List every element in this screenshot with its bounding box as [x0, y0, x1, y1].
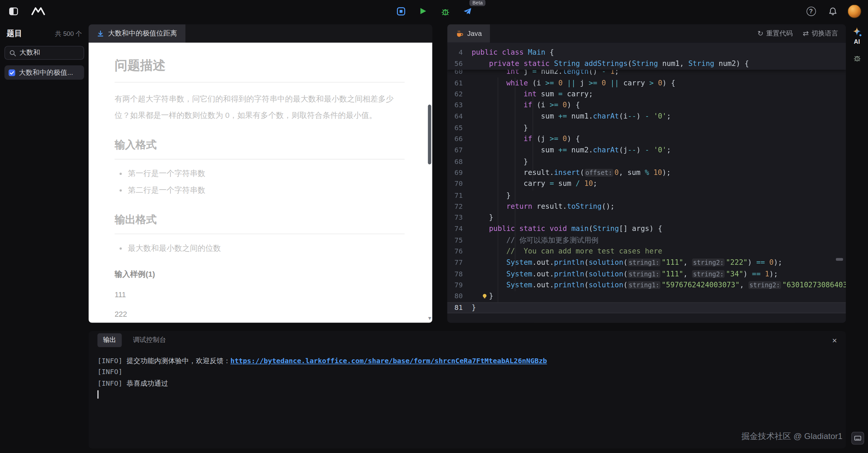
token-pl: [] args) {	[619, 224, 662, 233]
token-op: ||	[610, 78, 619, 86]
help-button[interactable]: ?	[804, 4, 818, 18]
token-pl: (j	[532, 135, 550, 143]
token-fn: solution	[589, 280, 623, 289]
problem-list-item-label: 大数和中的极值...	[19, 68, 73, 78]
token-pl	[524, 48, 528, 56]
log-level: [INFO]	[97, 379, 122, 387]
search-box[interactable]	[4, 46, 84, 60]
token-pl: j	[519, 70, 532, 76]
code-line-66[interactable]: 66 if (j >= 0) {	[447, 134, 846, 145]
rail-debug-button[interactable]	[853, 54, 861, 62]
token-pl: carry	[472, 179, 550, 188]
problem-list-item[interactable]: 大数和中的极值...	[4, 65, 84, 80]
token-kw: public	[472, 48, 498, 56]
token-op: >=	[550, 135, 558, 143]
console-cursor[interactable]	[97, 390, 98, 398]
token-pl	[472, 270, 506, 278]
submit-button[interactable]	[460, 4, 474, 18]
console-text: 恭喜成功通过	[127, 379, 168, 387]
tab-debug-console[interactable]: 调试控制台	[133, 335, 166, 345]
app-logo[interactable]	[30, 4, 47, 18]
token-kw: while	[506, 78, 528, 86]
avatar[interactable]	[848, 4, 862, 18]
token-num: 1	[610, 70, 615, 76]
topbar-right: ?	[804, 4, 862, 18]
token-pl: {	[545, 48, 554, 56]
feedback-link[interactable]: https://bytedance.larkoffice.com/share/b…	[230, 357, 547, 365]
token-kw: public	[489, 224, 515, 233]
token-pl: .out.	[532, 270, 554, 278]
code-line-68[interactable]: 68 }	[447, 156, 846, 167]
code-line-77[interactable]: 77 System.out.println(solution(string1:"…	[447, 257, 846, 268]
ai-assistant-button[interactable]: AI	[851, 27, 862, 45]
token-pl: result.	[472, 168, 554, 177]
close-panel-button[interactable]: ×	[832, 336, 837, 344]
code-line-74[interactable]: 74 public static void main(String[] args…	[447, 223, 846, 235]
search-input[interactable]	[19, 49, 79, 57]
code-line-69[interactable]: 69 result.insert(offset:0, sum % 10);	[447, 167, 846, 178]
token-pl: ,	[683, 270, 692, 278]
input-method-indicator[interactable]	[851, 432, 864, 444]
indent-guide	[533, 88, 533, 190]
code-line-64[interactable]: 64 sum += num1.charAt(i--) - '0';	[447, 111, 846, 122]
code-line-60[interactable]: 60 int j = num2.length() - 1;	[447, 70, 846, 78]
problem-content: 问题描述 有两个超大字符串数，问它们的和得到的字符串中的最大数和最小数之间相差多…	[88, 43, 432, 323]
token-pl: (	[584, 280, 589, 289]
editor-scrollbar-thumb[interactable]	[836, 258, 843, 261]
sample-input-line: 111	[114, 291, 404, 299]
code-line-62[interactable]: 62 int sum = carry;	[447, 88, 846, 100]
sidebar-toggle-button[interactable]	[6, 4, 20, 18]
code-line-72[interactable]: 72 return result.toString();	[447, 201, 846, 212]
code-line-65[interactable]: 65 }	[447, 122, 846, 134]
right-rail: AI	[846, 22, 868, 453]
code-text: }	[472, 122, 528, 134]
token-pl	[558, 101, 563, 109]
tab-output[interactable]: 输出	[97, 333, 122, 347]
problem-scrollbar[interactable]	[428, 105, 431, 164]
token-pl: (i	[619, 112, 628, 120]
token-kw: return	[506, 202, 532, 210]
token-pl: (	[623, 270, 628, 278]
code-text: }	[472, 190, 511, 201]
switch-language-button[interactable]: ⇄ 切换语言	[803, 29, 838, 38]
problem-tab[interactable]: 大数和中的极值位距离	[88, 24, 185, 42]
token-pl	[558, 135, 563, 143]
token-op: >=	[589, 78, 597, 86]
lightbulb-icon[interactable]	[482, 293, 488, 300]
code-line-63[interactable]: 63 if (i >= 0) {	[447, 100, 846, 111]
run-button[interactable]	[416, 4, 430, 18]
code-line-75[interactable]: 75 // 你可以添加更多测试用例	[447, 235, 846, 246]
layout-button[interactable]	[394, 4, 408, 18]
token-kw: static	[519, 224, 545, 233]
code-text: return result.toString();	[472, 201, 615, 212]
debug-button[interactable]	[438, 4, 452, 18]
token-pl: num2) {	[714, 59, 749, 68]
token-hint: string1:	[628, 259, 660, 266]
code-line-61[interactable]: 61 while (i >= 0 || j >= 0 || carry > 0)…	[447, 77, 846, 88]
token-pl: ) {	[567, 101, 580, 109]
code-line-80[interactable]: 80 }	[447, 291, 846, 302]
code-line-4[interactable]: 4public class Main {	[447, 47, 846, 58]
code-line-71[interactable]: 71 }	[447, 190, 846, 201]
code-editor[interactable]: 4public class Main {56 private static St…	[447, 43, 846, 323]
code-text: System.out.println(solution(string1:"597…	[472, 279, 846, 291]
reset-code-button[interactable]: ↻ 重置代码	[757, 29, 793, 38]
token-pl: (	[628, 59, 632, 68]
code-line-73[interactable]: 73 }	[447, 212, 846, 223]
notifications-button[interactable]	[826, 4, 839, 18]
chevron-down-icon[interactable]: ▾	[428, 315, 431, 321]
line-number: 76	[447, 246, 471, 257]
token-pl: (	[584, 258, 589, 266]
code-line-70[interactable]: 70 carry = sum / 10;	[447, 178, 846, 190]
code-line-56[interactable]: 56 private static String addStrings(Stri…	[447, 58, 846, 70]
code-line-67[interactable]: 67 sum += num2.charAt(j--) - '0';	[447, 145, 846, 156]
java-coffee-icon	[456, 30, 464, 38]
tab-java[interactable]: Java	[447, 24, 490, 42]
ai-label: AI	[854, 38, 860, 45]
code-line-76[interactable]: 76 // You can add more test cases here	[447, 246, 846, 257]
code-line-79[interactable]: 79 System.out.println(solution(string1:"…	[447, 279, 846, 291]
token-op: >	[649, 78, 654, 86]
code-line-81[interactable]: 81}	[447, 302, 846, 313]
line-number: 56	[447, 58, 471, 70]
code-line-78[interactable]: 78 System.out.println(solution(string1:"…	[447, 268, 846, 279]
